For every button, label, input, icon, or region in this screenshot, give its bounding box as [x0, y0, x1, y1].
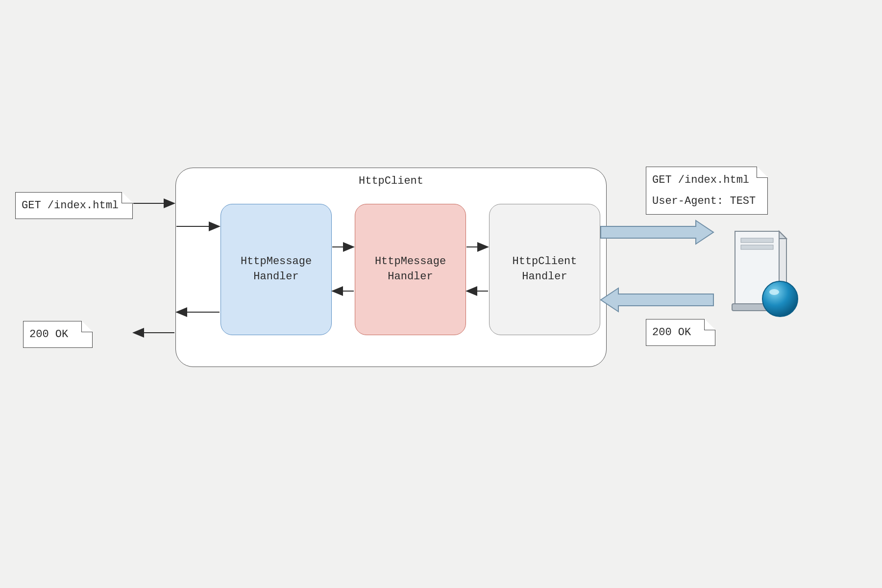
note-response-out: 200 OK: [23, 321, 93, 348]
note-fold-icon: [704, 319, 715, 330]
handler-box-2: HttpMessage Handler: [355, 204, 466, 335]
diagram-canvas: HttpClient HttpMessage Handler HttpMessa…: [0, 0, 882, 588]
block-arrow-response: [601, 288, 713, 312]
note-response-wire-text: 200 OK: [652, 326, 691, 339]
block-arrow-request: [601, 220, 713, 244]
handler-3-line2: Handler: [522, 270, 567, 283]
note-response-wire: 200 OK: [646, 319, 715, 346]
svg-marker-2: [779, 231, 786, 239]
note-request-in: GET /index.html: [15, 192, 133, 219]
handler-1-line2: Handler: [253, 270, 298, 283]
handler-2-line2: Handler: [388, 270, 433, 283]
note-request-wire: GET /index.html User-Agent: TEST: [646, 167, 768, 215]
svg-rect-4: [741, 245, 773, 249]
container-title: HttpClient: [176, 175, 606, 187]
note-fold-icon: [122, 192, 133, 203]
handler-box-1: HttpMessage Handler: [220, 204, 332, 335]
note-fold-icon: [81, 321, 93, 332]
handler-1-line1: HttpMessage: [241, 255, 312, 268]
note-request-wire-line2: User-Agent: TEST: [652, 193, 761, 209]
note-request-wire-line1: GET /index.html: [652, 172, 761, 188]
note-response-out-text: 200 OK: [29, 328, 68, 341]
handler-box-3: HttpClient Handler: [489, 204, 600, 335]
handler-3-line1: HttpClient: [512, 255, 577, 268]
svg-point-6: [762, 281, 798, 317]
handler-2-line1: HttpMessage: [375, 255, 446, 268]
note-request-in-text: GET /index.html: [22, 199, 119, 212]
svg-point-7: [769, 289, 779, 295]
svg-rect-3: [741, 238, 773, 243]
server-icon: [720, 221, 808, 323]
note-fold-icon: [757, 167, 768, 178]
